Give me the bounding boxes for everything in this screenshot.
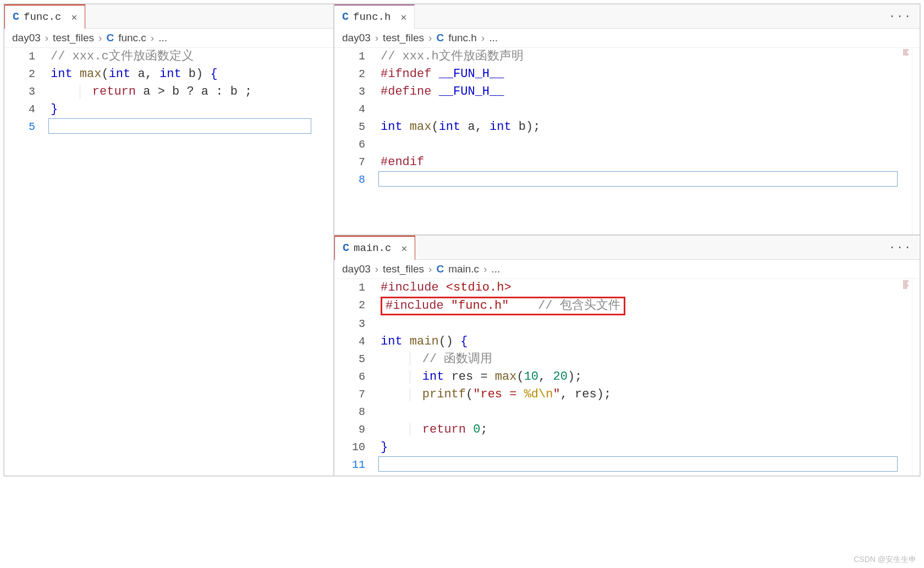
indent-guide: return 0;	[410, 423, 488, 436]
code-content[interactable]: return 0;	[378, 421, 920, 439]
token: max	[495, 370, 517, 384]
c-file-icon: C	[342, 10, 349, 23]
code-line[interactable]: 3	[334, 315, 920, 333]
code-line[interactable]: 7#endif	[334, 154, 920, 171]
scrollbar[interactable]	[912, 279, 920, 476]
code-line[interactable]: 5int max(int a, int b);	[334, 118, 920, 136]
code-line[interactable]: 4	[334, 101, 920, 118]
code-content[interactable]: // xxx.c文件放函数定义	[48, 48, 333, 65]
breadcrumb-segment[interactable]: func.h	[448, 32, 477, 44]
breadcrumb-segment[interactable]: test_files	[383, 263, 424, 275]
token: 10	[524, 370, 538, 384]
code-line[interactable]: 3 return a > b ? a : b ;	[4, 83, 333, 101]
token: {	[210, 67, 217, 81]
code-content[interactable]: }	[378, 439, 920, 456]
code-content[interactable]: // 函数调用	[378, 351, 920, 368]
cursor-line[interactable]	[378, 456, 898, 472]
breadcrumb-segment[interactable]: main.c	[448, 263, 479, 275]
breadcrumb-segment[interactable]: test_files	[383, 32, 424, 44]
token: b)	[189, 67, 211, 81]
code-line[interactable]: 2#include "func.h" // 包含头文件	[334, 297, 920, 315]
code-line[interactable]: 5 // 函数调用	[334, 351, 920, 368]
code-content[interactable]: }	[48, 101, 333, 118]
token: int	[381, 335, 410, 348]
tab-main-c[interactable]: C main.c ✕	[334, 236, 415, 260]
cursor-line[interactable]	[48, 118, 311, 134]
token: a,	[468, 120, 490, 134]
token: , res);	[560, 387, 611, 401]
code-line[interactable]: 9 return 0;	[334, 421, 920, 439]
code-content[interactable]: int max(int a, int b);	[378, 118, 920, 136]
code-line[interactable]: 8	[334, 171, 920, 189]
breadcrumb[interactable]: day03›test_files›C func.h›...	[334, 29, 920, 48]
pane-func-h: C func.h ✕ ··· day03›test_files›C func.h…	[334, 4, 920, 235]
token: int	[439, 120, 468, 134]
token: int	[51, 67, 80, 81]
breadcrumb-segment[interactable]: ...	[158, 32, 167, 44]
token: <stdio.h>	[446, 281, 512, 294]
code-line[interactable]: 2int max(int a, int b) {	[4, 65, 333, 83]
code-content[interactable]: #include <stdio.h>	[378, 279, 920, 297]
code-line[interactable]: 3#define __FUN_H__	[334, 83, 920, 101]
code-line[interactable]: 1// xxx.c文件放函数定义	[4, 48, 333, 65]
code-line[interactable]: 8	[334, 403, 920, 421]
code-line[interactable]: 5	[4, 118, 333, 136]
scrollbar[interactable]	[912, 48, 920, 234]
code-editor[interactable]: ███████████ 1// xxx.h文件放函数声明2#ifndef __F…	[334, 48, 920, 234]
token: b);	[519, 120, 541, 134]
chevron-right-icon: ›	[45, 32, 48, 44]
token: (	[466, 387, 473, 401]
line-number: 5	[334, 118, 378, 136]
breadcrumb-segment[interactable]: day03	[342, 32, 371, 44]
breadcrumb-segment[interactable]: day03	[342, 263, 371, 275]
breadcrumb[interactable]: day03›test_files›C func.c›...	[4, 29, 333, 48]
breadcrumb[interactable]: day03›test_files›C main.c›...	[334, 260, 920, 279]
code-content[interactable]: #ifndef __FUN_H__	[378, 65, 920, 83]
close-icon[interactable]: ✕	[401, 242, 407, 254]
code-content[interactable]: int res = max(10, 20);	[378, 368, 920, 386]
breadcrumb-segment[interactable]: day03	[12, 32, 41, 44]
code-content[interactable]: printf("res = %d\n", res);	[378, 386, 920, 403]
token: }	[381, 440, 388, 454]
code-line[interactable]: 6	[334, 136, 920, 154]
code-line[interactable]: 10}	[334, 439, 920, 456]
line-number: 6	[334, 136, 378, 154]
token	[509, 299, 538, 313]
breadcrumb-segment[interactable]: ...	[489, 32, 498, 44]
code-content[interactable]: #endif	[378, 154, 920, 171]
close-icon[interactable]: ✕	[71, 11, 77, 23]
token: a,	[138, 67, 160, 81]
code-line[interactable]: 7 printf("res = %d\n", res);	[334, 386, 920, 403]
chevron-right-icon: ›	[428, 263, 432, 275]
tab-func-h[interactable]: C func.h ✕	[334, 4, 415, 29]
code-content[interactable]: // xxx.h文件放函数声明	[378, 48, 920, 65]
tab-overflow-button[interactable]: ···	[881, 10, 920, 23]
code-content[interactable]: int max(int a, int b) {	[48, 65, 333, 83]
code-line[interactable]: 11	[334, 456, 920, 474]
code-content[interactable]: int main() {	[378, 333, 920, 351]
pane-main-c: C main.c ✕ ··· day03›test_files›C main.c…	[334, 235, 920, 476]
tab-overflow-button[interactable]: ···	[881, 241, 920, 254]
code-line[interactable]: 6 int res = max(10, 20);	[334, 368, 920, 386]
code-content[interactable]: #include "func.h" // 包含头文件	[378, 297, 920, 315]
line-number: 4	[4, 101, 48, 118]
breadcrumb-segment[interactable]: ...	[491, 263, 500, 275]
cursor-line[interactable]	[378, 171, 898, 187]
breadcrumb-segment[interactable]: func.c	[118, 32, 146, 44]
code-line[interactable]: 1// xxx.h文件放函数声明	[334, 48, 920, 65]
code-editor[interactable]: 1// xxx.c文件放函数定义2int max(int a, int b) {…	[4, 48, 333, 476]
line-number: 9	[334, 421, 378, 439]
code-line[interactable]: 1#include <stdio.h>	[334, 279, 920, 297]
breadcrumb-segment[interactable]: test_files	[53, 32, 94, 44]
code-line[interactable]: 4int main() {	[334, 333, 920, 351]
close-icon[interactable]: ✕	[400, 11, 406, 23]
line-number: 7	[334, 154, 378, 171]
code-editor[interactable]: ██████████████ 1#include <stdio.h>2#incl…	[334, 279, 920, 476]
code-line[interactable]: 4}	[4, 101, 333, 118]
code-content[interactable]: #define __FUN_H__	[378, 83, 920, 101]
token: %d	[524, 387, 538, 401]
code-content[interactable]: return a > b ? a : b ;	[48, 83, 333, 101]
token: a > b ? a : b ;	[143, 85, 252, 99]
code-line[interactable]: 2#ifndef __FUN_H__	[334, 65, 920, 83]
tab-func-c[interactable]: C func.c ✕	[4, 4, 85, 29]
